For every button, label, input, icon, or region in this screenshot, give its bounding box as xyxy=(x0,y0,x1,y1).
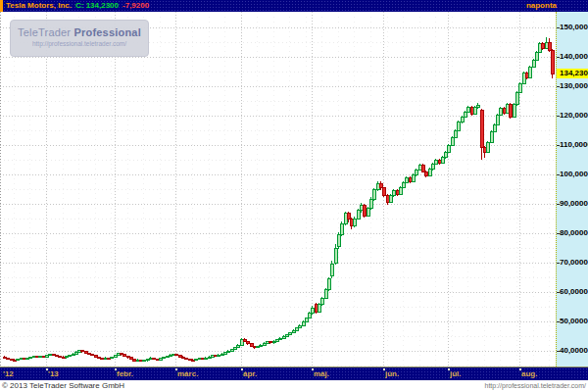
candle xyxy=(367,209,369,217)
candle xyxy=(100,359,103,360)
candle xyxy=(357,211,360,219)
candle xyxy=(382,188,385,196)
candle xyxy=(318,305,320,313)
candle xyxy=(486,142,489,153)
candle xyxy=(379,183,382,188)
candle xyxy=(90,355,93,356)
candle xyxy=(334,248,337,263)
price-tick-label: 60,0000 xyxy=(560,287,588,297)
candle xyxy=(480,110,483,147)
candle xyxy=(447,145,450,153)
time-axis-label: febr. xyxy=(117,369,133,378)
month-tick-dot xyxy=(448,368,450,370)
teletrader-watermark: TeleTrader Professional http://professio… xyxy=(10,20,149,57)
candle xyxy=(476,106,479,108)
time-axis-label: ápr. xyxy=(243,369,257,378)
candle xyxy=(347,213,350,219)
candle xyxy=(269,342,271,343)
candle xyxy=(454,130,457,138)
month-tick-dot xyxy=(175,368,177,370)
time-axis[interactable]: '12'13febr.márc.ápr.máj.jún.júl.aug. xyxy=(0,367,588,380)
candle xyxy=(389,196,392,203)
candle xyxy=(532,60,535,68)
price-tick-label: 50,0000 xyxy=(560,317,588,326)
candle xyxy=(372,190,375,200)
close-price-value: C: 134,2300 xyxy=(75,0,119,12)
candle xyxy=(320,298,323,305)
candle xyxy=(162,358,165,359)
candle xyxy=(496,115,499,124)
candle xyxy=(509,104,512,118)
candle xyxy=(490,132,493,143)
candle xyxy=(327,279,330,290)
candle xyxy=(38,356,41,357)
candle xyxy=(499,109,502,116)
price-change-value: -7,9200 xyxy=(122,0,149,12)
candle xyxy=(110,358,113,359)
candle xyxy=(68,356,71,357)
time-axis-label: júl. xyxy=(450,369,462,378)
candle xyxy=(513,105,515,118)
candle xyxy=(551,50,554,74)
candlestick-chart-area[interactable]: TeleTrader Professional http://professio… xyxy=(0,12,556,367)
candle xyxy=(424,172,427,176)
candle xyxy=(493,124,496,132)
candle xyxy=(451,138,454,146)
candle xyxy=(217,355,220,356)
candle xyxy=(363,206,366,217)
month-tick-dot xyxy=(312,368,314,370)
candle xyxy=(184,358,187,359)
price-tick-label: 130,0000 xyxy=(560,81,588,91)
chart-title-bar[interactable]: Tesla Motors, Inc. C: 134,2300 -7,9200 n… xyxy=(0,0,588,12)
candle xyxy=(152,358,155,359)
candle xyxy=(340,223,343,234)
candle xyxy=(421,165,424,172)
candle xyxy=(464,112,466,117)
candle xyxy=(204,358,207,359)
month-tick-dot xyxy=(519,368,521,370)
month-tick-dot xyxy=(46,368,48,370)
candle xyxy=(412,175,415,182)
candle xyxy=(236,345,239,347)
candle xyxy=(302,321,305,325)
candle xyxy=(528,68,531,78)
price-tick-label: 40,0000 xyxy=(560,346,588,356)
candle xyxy=(399,188,402,195)
time-axis-label: márc. xyxy=(177,369,198,378)
current-price-tag: 134,2300 xyxy=(557,69,588,78)
candle xyxy=(431,165,434,170)
candle xyxy=(441,158,444,163)
candlestick-chart[interactable] xyxy=(0,12,556,367)
candle xyxy=(392,191,395,196)
watermark-brand: TeleTrader Professional xyxy=(11,26,148,38)
watermark-url: http://professional.teletrader.com/ xyxy=(11,40,148,47)
price-tick-label: 110,0000 xyxy=(560,140,588,150)
candle xyxy=(473,108,476,115)
price-tick-label: 90,0000 xyxy=(560,199,588,209)
candle xyxy=(535,53,538,61)
candle xyxy=(311,309,314,314)
candle xyxy=(308,313,311,318)
candle xyxy=(541,44,544,49)
candle xyxy=(415,171,417,175)
month-tick-dot xyxy=(115,368,117,370)
candle xyxy=(337,235,340,247)
candle xyxy=(518,83,521,92)
candle xyxy=(122,355,125,357)
instrument-name: Tesla Motors, Inc. xyxy=(6,0,72,12)
candle xyxy=(298,325,301,327)
candle xyxy=(466,107,469,112)
titlebar-grip xyxy=(0,0,3,12)
price-axis[interactable]: 134,2300 150,0000140,0000130,0000120,000… xyxy=(556,12,588,367)
candle xyxy=(402,182,405,187)
price-tick-label: 140,0000 xyxy=(560,52,588,62)
price-tick-label: 80,0000 xyxy=(560,228,588,238)
candle xyxy=(353,219,356,226)
candle xyxy=(246,341,249,344)
price-tick-label: 120,0000 xyxy=(560,111,588,121)
teletrader-chart-window: Tesla Motors, Inc. C: 134,2300 -7,9200 n… xyxy=(0,0,588,392)
price-tick-label: 70,0000 xyxy=(560,258,588,268)
candle xyxy=(324,289,327,298)
candle xyxy=(16,360,19,361)
candle xyxy=(369,199,372,208)
